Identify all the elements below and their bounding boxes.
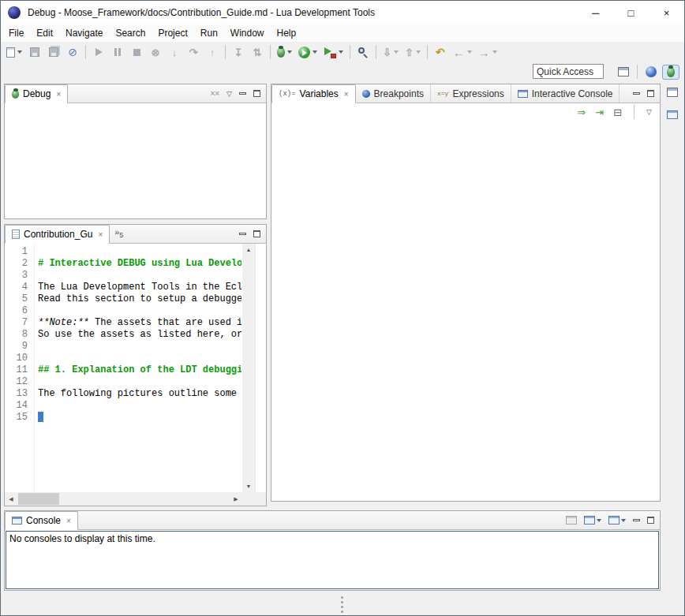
menu-project[interactable]: Project <box>152 25 193 41</box>
scroll-down-icon[interactable]: ▼ <box>242 480 255 492</box>
line-number: 13 <box>5 388 34 400</box>
resume-button[interactable] <box>90 43 107 61</box>
line-number-gutter[interactable]: 1 2 3 4 5 6 7 8 9 10 11 12 13 14 15 <box>5 244 35 492</box>
display-selected-console-button[interactable] <box>566 516 577 525</box>
line-number: 15 <box>5 412 34 424</box>
external-tools-button[interactable] <box>321 43 346 61</box>
remove-terminated-button[interactable]: ×× <box>210 90 219 98</box>
remove-terminated-icon: ×× <box>210 90 219 98</box>
debug-perspective-button[interactable] <box>662 65 679 80</box>
minimize-view-button[interactable] <box>239 92 246 95</box>
maximize-view-button[interactable] <box>647 517 654 524</box>
disconnect-icon: ⊗ <box>152 47 160 58</box>
maximize-view-button[interactable] <box>253 230 260 237</box>
open-console-button[interactable] <box>584 516 601 525</box>
sash-grip[interactable] <box>341 596 343 613</box>
suspend-button[interactable] <box>109 43 126 61</box>
menu-window[interactable]: Window <box>224 25 271 41</box>
toolbar-separator <box>637 65 638 79</box>
fast-view-button-1[interactable] <box>664 84 680 100</box>
tab-expressions[interactable]: x=y Expressions <box>431 84 511 103</box>
tab-label: Contribution_Gu <box>24 229 92 240</box>
save-all-button[interactable] <box>45 43 62 61</box>
code-text: ## 1. Explanation of the LDT debuggin <box>38 364 241 375</box>
scroll-left-icon[interactable]: ◀ <box>5 493 17 505</box>
close-button[interactable]: × <box>649 1 684 24</box>
lua-perspective-icon <box>646 66 657 77</box>
use-step-filters-button[interactable]: ⇅ <box>249 43 266 61</box>
code-line: The Lua Development Tools in the Ecli <box>36 282 241 293</box>
scroll-right-icon[interactable]: ▶ <box>230 493 242 505</box>
close-tab-icon[interactable]: × <box>66 517 71 525</box>
tab-breakpoints[interactable]: Breakpoints <box>356 84 431 103</box>
scroll-up-icon[interactable]: ▲ <box>242 244 255 256</box>
save-button[interactable] <box>26 43 43 61</box>
minimize-view-button[interactable] <box>239 233 246 235</box>
line-number: 2 <box>5 258 34 270</box>
code-line <box>36 376 241 388</box>
window-title: Debug - Moose_Framework/docs/Contributio… <box>28 7 375 18</box>
close-tab-icon[interactable]: × <box>56 90 61 99</box>
minimize-view-button[interactable] <box>633 92 640 95</box>
app-icon[interactable] <box>8 6 21 19</box>
maximize-view-button[interactable] <box>647 90 654 97</box>
tab-overflow-button[interactable]: » 5 <box>114 225 123 243</box>
fast-view-button-2[interactable] <box>664 106 680 122</box>
next-annotation-icon: ⇩ <box>383 47 391 58</box>
code-line <box>36 353 241 364</box>
menu-navigate[interactable]: Navigate <box>59 25 109 41</box>
disconnect-button[interactable]: ⊗ <box>147 43 164 61</box>
show-logical-structure-button[interactable]: ⇒ <box>577 107 586 118</box>
menu-help[interactable]: Help <box>271 25 303 41</box>
code-text: Read this section to setup a debugger <box>38 293 241 304</box>
horizontal-scrollbar[interactable]: ◀ ▶ <box>5 492 242 506</box>
step-into-button[interactable]: ↓ <box>166 43 183 61</box>
close-tab-icon[interactable]: × <box>344 90 349 99</box>
skip-breakpoints-button[interactable]: ⊘ <box>64 43 81 61</box>
next-annotation-button[interactable]: ⇩ <box>380 43 401 61</box>
code-area[interactable]: # Interactive DEBUG using Lua Develop Th… <box>36 244 241 492</box>
maximize-button[interactable]: □ <box>613 1 649 24</box>
minimize-view-button[interactable] <box>633 519 640 521</box>
editor-tabrow: Contribution_Gu × » 5 <box>5 225 266 244</box>
run-button[interactable] <box>296 43 320 61</box>
collapse-all-button[interactable]: ⊟ <box>613 107 622 118</box>
console-icon <box>12 517 22 525</box>
show-type-names-button[interactable]: ⇥ <box>595 107 604 118</box>
minimize-button[interactable]: ─ <box>578 1 613 24</box>
tab-console[interactable]: Console × <box>5 511 78 530</box>
close-tab-icon[interactable]: × <box>98 230 103 239</box>
lua-perspective-button[interactable] <box>646 66 657 77</box>
debug-button[interactable] <box>275 43 294 61</box>
variables-content <box>271 121 660 501</box>
pin-console-button[interactable] <box>608 516 626 525</box>
forward-button[interactable]: → <box>476 43 500 61</box>
menu-search[interactable]: Search <box>109 25 152 41</box>
menu-run[interactable]: Run <box>194 25 224 41</box>
maximize-view-button[interactable] <box>253 90 260 97</box>
tab-debug[interactable]: Debug × <box>5 84 68 103</box>
step-return-button[interactable]: ↑ <box>204 43 221 61</box>
code-line: ## 1. Explanation of the LDT debuggin <box>36 364 241 376</box>
terminate-button[interactable] <box>128 43 145 61</box>
back-button[interactable]: ← <box>451 43 474 61</box>
tab-contribution-guide[interactable]: Contribution_Gu × <box>5 225 110 244</box>
drop-to-frame-button[interactable]: ↧ <box>230 43 247 61</box>
open-perspective-button[interactable] <box>618 67 629 77</box>
previous-annotation-button[interactable]: ⇧ <box>402 43 423 61</box>
view-menu-button[interactable]: ▽ <box>646 108 652 116</box>
menu-edit[interactable]: Edit <box>30 25 59 41</box>
tab-interactive-console[interactable]: Interactive Console <box>511 84 620 103</box>
step-into-icon: ↓ <box>172 47 178 58</box>
view-menu-button[interactable]: ▽ <box>226 90 232 98</box>
perspective-bar <box>618 64 679 80</box>
step-over-button[interactable]: ↷ <box>185 43 202 61</box>
new-button[interactable] <box>4 43 24 61</box>
search-button[interactable] <box>354 43 372 61</box>
menu-file[interactable]: File <box>2 25 30 41</box>
scrollbar-thumb[interactable] <box>18 493 59 505</box>
last-edit-location-button[interactable]: ↶ <box>432 43 449 61</box>
quick-access-input[interactable] <box>533 64 604 79</box>
vertical-scrollbar[interactable]: ▲ ▼ <box>242 244 255 492</box>
tab-variables[interactable]: (x)= Variables × <box>271 84 356 103</box>
